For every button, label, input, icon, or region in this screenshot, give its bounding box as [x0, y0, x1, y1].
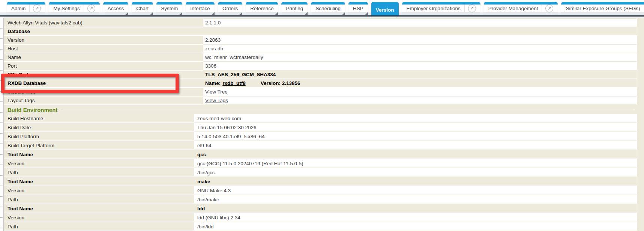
tab-label: Employer Organizations — [407, 6, 461, 11]
row-label: Welch Allyn Vitals (wavitals2.cab) — [4, 19, 203, 27]
table-row: Welch Allyn Vitals (wavitals2.cab) 2.1.1… — [4, 19, 644, 27]
tab-strip: Admin ↗ My Settings ↗ Access Chart — [0, 0, 644, 15]
row-value: /bin/ldd — [194, 222, 637, 231]
row-label: Version — [4, 36, 203, 45]
table-row: Version ldd (GNU libc) 2.34 — [4, 213, 644, 222]
section-title: Build Environment — [8, 107, 57, 113]
row-label: Database — [4, 27, 203, 36]
tab-interface[interactable]: Interface — [186, 2, 215, 12]
tab-label: Version — [376, 7, 394, 13]
tab-access[interactable]: Access — [103, 2, 129, 12]
row-label: SSL Cipher — [4, 71, 203, 79]
dropdown-fold-icon — [179, 12, 182, 15]
row-label: Name — [4, 53, 203, 62]
value-text: /bin/make — [197, 197, 219, 202]
tab-label: My Settings — [53, 6, 80, 11]
popout-icon[interactable]: ↗ — [468, 5, 476, 12]
tab-admin[interactable]: Admin ↗ — [7, 2, 45, 12]
tab-bar: Admin ↗ My Settings ↗ Access Chart — [0, 0, 644, 15]
row-label: Path — [4, 222, 194, 231]
row-value: /bin/gcc — [194, 168, 637, 177]
row-value: zeus.med-web.com — [194, 114, 637, 123]
table-row: Path /bin/gcc — [4, 168, 644, 177]
row-label: Version — [4, 159, 194, 168]
tab-divider — [464, 5, 465, 12]
dropdown-fold-icon — [365, 12, 368, 15]
tab-label: Similar Exposure Groups (SEGs) — [566, 6, 640, 11]
row-label: Module Tree — [4, 88, 203, 97]
tab-chart[interactable]: Chart — [132, 2, 153, 12]
table-row: RXDB Database Name: rxdb_utf8 Version: 2… — [4, 79, 644, 88]
tab-orders[interactable]: Orders — [218, 2, 242, 12]
value-text: Thu Jan 15 06:02:30 2026 — [197, 125, 257, 130]
tab-scheduling[interactable]: Scheduling — [311, 2, 345, 12]
row-value: Thu Jan 15 06:02:30 2026 — [194, 123, 637, 132]
row-value: ldd — [194, 204, 637, 213]
tab-label: Admin — [11, 6, 26, 11]
value-text: gcc (GCC) 11.5.0 20240719 (Red Hat 11.5.… — [197, 161, 303, 166]
value-text: GNU Make 4.3 — [197, 188, 231, 193]
row-value: el9-64 — [194, 141, 637, 150]
row-label: Layout Tags — [4, 97, 203, 105]
row-value: 2.2063 — [203, 36, 637, 45]
table-row: Port 3306 — [4, 62, 644, 71]
row-label: Version — [4, 213, 194, 222]
row-value: gcc — [194, 150, 637, 159]
row-label: Path — [4, 195, 194, 204]
tab-printing[interactable]: Printing — [281, 2, 308, 12]
dropdown-fold-icon — [150, 12, 153, 15]
row-value: Name: rxdb_utf8 Version: 2.13856 — [203, 79, 637, 88]
table-row: Name wc_miehr_wctmasterdaily — [4, 53, 644, 62]
table-row: Build Hostname zeus.med-web.com — [4, 114, 644, 123]
table-row: Module Tree View Tree — [4, 88, 644, 97]
tab-my-settings[interactable]: My Settings ↗ — [49, 2, 100, 12]
row-label: Build Date — [4, 123, 194, 132]
table-row: SSL Cipher TLS_AES_256_GCM_SHA384 — [4, 71, 644, 79]
tab-employer-organizations[interactable]: Employer Organizations ↗ — [402, 2, 480, 12]
value-text: ldd (GNU libc) 2.34 — [197, 215, 240, 220]
table-row: Build Platform 5.14.0-503.40.1.el9_5.x86… — [4, 132, 644, 141]
row-value: 3306 — [203, 62, 637, 71]
row-value: /bin/make — [194, 195, 637, 204]
table-row: Path /bin/make — [4, 195, 644, 204]
dropdown-fold-icon — [275, 12, 278, 15]
tab-system[interactable]: System — [156, 2, 182, 12]
version-info-table: Welch Allyn Vitals (wavitals2.cab) 2.1.1… — [3, 18, 644, 231]
table-row: Tool Name ldd — [4, 204, 644, 213]
tab-label: Provider Management — [488, 6, 538, 11]
value-text: 5.14.0-503.40.1.el9_5.x86_64 — [197, 134, 264, 139]
tab-divider — [29, 5, 30, 12]
value-text: ldd — [197, 206, 205, 211]
row-label: RXDB Database — [4, 79, 203, 88]
view-link[interactable]: View Tags — [205, 98, 228, 103]
view-link[interactable]: View Tree — [205, 89, 228, 95]
popout-icon[interactable]: ↗ — [545, 5, 553, 12]
tab-reference[interactable]: Reference — [246, 2, 278, 12]
row-label: Build Hostname — [4, 114, 194, 123]
row-value: gcc (GCC) 11.5.0 20240719 (Red Hat 11.5.… — [194, 159, 637, 168]
tab-provider-management[interactable]: Provider Management ↗ — [484, 2, 558, 12]
value-prefix: Name: — [205, 80, 221, 86]
tab-hsp[interactable]: HSP — [348, 2, 368, 12]
table-row: Path /bin/ldd — [4, 222, 644, 231]
popout-icon[interactable]: ↗ — [87, 5, 95, 12]
tab-version[interactable]: Version — [371, 2, 399, 15]
popout-icon[interactable]: ↗ — [33, 5, 41, 12]
value-text: make — [197, 179, 210, 184]
value-text: /bin/gcc — [197, 170, 215, 175]
rxdb-name-link[interactable]: rxdb_utf8 — [222, 80, 246, 86]
row-value: zeus-db — [203, 45, 637, 53]
table-row: Layout Tags View Tags — [4, 97, 644, 105]
row-label: Version — [4, 186, 194, 195]
tab-label: Interface — [190, 6, 210, 11]
row-label: Build Platform — [4, 132, 194, 141]
value-text: 2.1.1.0 — [205, 20, 221, 26]
tab-label: HSP — [353, 6, 363, 11]
page: Admin ↗ My Settings ↗ Access Chart — [0, 0, 644, 231]
value-text: el9-64 — [197, 143, 212, 148]
tab-similar-exposure-groups[interactable]: Similar Exposure Groups (SEGs) ↗ — [561, 2, 644, 12]
row-value — [203, 27, 637, 36]
tab-divider — [84, 5, 84, 12]
dropdown-fold-icon — [305, 12, 308, 15]
row-value: make — [194, 177, 637, 186]
